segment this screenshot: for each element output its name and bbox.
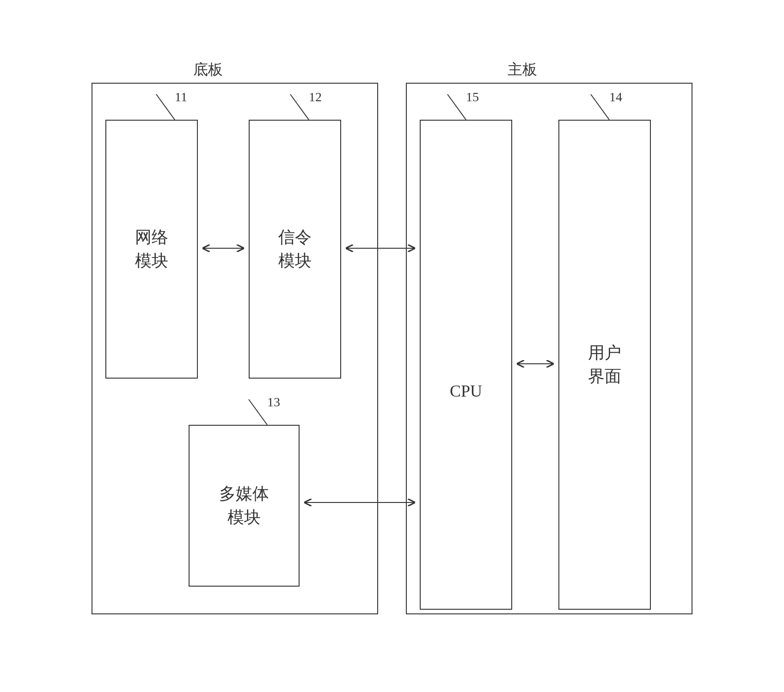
ref-13: 13 [267,395,280,410]
ref-11: 11 [175,90,187,104]
media-module-label: 多媒体模块 [219,482,269,529]
ref-14: 14 [609,90,622,104]
arrow-cpu-ui [513,355,557,372]
svg-line-3 [447,94,466,120]
signal-module-label: 信令模块 [278,226,312,272]
signal-module: 信令模块 [249,120,341,379]
cpu-label: CPU [450,380,482,403]
ui-module: 用户界面 [558,120,651,610]
ui-label: 用户界面 [588,341,621,388]
diagram: 底板 主板 网络模块 11 信令模块 12 多媒体模块 13 CPU 15 用户… [68,46,716,647]
svg-line-4 [591,94,609,120]
arrow-network-signal [199,240,248,257]
network-module-label: 网络模块 [135,226,168,272]
media-module: 多媒体模块 [189,425,300,587]
ref-12: 12 [309,90,322,104]
arrow-media-cpu [300,494,419,511]
svg-line-1 [290,94,309,120]
ref-15: 15 [466,90,479,104]
cpu-module: CPU [420,120,512,610]
backplane-label: 底板 [193,60,223,80]
network-module: 网络模块 [105,120,198,379]
arrow-signal-cpu [342,240,419,257]
svg-line-2 [249,399,267,425]
svg-line-0 [156,94,175,120]
mainboard-label: 主板 [508,60,537,80]
